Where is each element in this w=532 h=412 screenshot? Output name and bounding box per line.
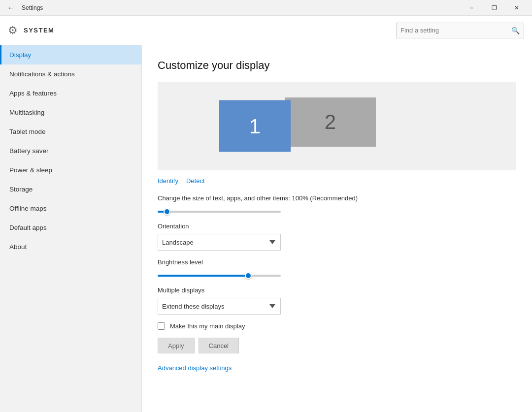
- main-display-checkbox-row: Make this my main display: [158, 322, 516, 330]
- sidebar-item-power-sleep[interactable]: Power & sleep: [0, 160, 141, 180]
- sidebar-item-apps-features[interactable]: Apps & features: [0, 84, 141, 103]
- sidebar-item-offline-maps[interactable]: Offline maps: [0, 199, 141, 218]
- sidebar-item-storage[interactable]: Storage: [0, 180, 141, 199]
- maximize-button[interactable]: ❐: [483, 0, 505, 16]
- search-box: 🔍: [396, 23, 524, 38]
- main-display-checkbox[interactable]: [158, 322, 165, 330]
- scale-label: Change the size of text, apps, and other…: [158, 194, 516, 202]
- scale-slider[interactable]: [158, 211, 281, 213]
- scale-slider-container: [158, 206, 516, 215]
- title-bar: ← Settings − ❐ ✕: [0, 0, 532, 16]
- brightness-label: Brightness level: [158, 258, 516, 266]
- brightness-slider[interactable]: [158, 275, 281, 277]
- orientation-select[interactable]: Landscape Portrait Landscape (flipped) P…: [158, 234, 281, 251]
- cancel-button[interactable]: Cancel: [199, 338, 239, 353]
- close-button[interactable]: ✕: [505, 0, 528, 16]
- identify-link[interactable]: Identify: [158, 177, 178, 185]
- sidebar-item-display[interactable]: Display: [0, 45, 141, 64]
- brightness-slider-container: [158, 270, 516, 279]
- back-button[interactable]: ←: [4, 1, 18, 15]
- orientation-select-row: Landscape Portrait Landscape (flipped) P…: [158, 234, 516, 251]
- sidebar-item-about[interactable]: About: [0, 237, 141, 256]
- multiple-displays-select[interactable]: Extend these displays Duplicate these di…: [158, 298, 281, 315]
- sidebar-item-tablet-mode[interactable]: Tablet mode: [0, 122, 141, 141]
- multiple-displays-select-row: Extend these displays Duplicate these di…: [158, 298, 516, 315]
- buttons-row: Apply Cancel: [158, 338, 516, 353]
- apply-button[interactable]: Apply: [158, 338, 195, 353]
- sidebar-item-default-apps[interactable]: Default apps: [0, 218, 141, 237]
- sidebar-item-notifications[interactable]: Notifications & actions: [0, 64, 141, 84]
- links-row: Identify Detect: [158, 177, 516, 185]
- content-area: Customize your display 1 2 Identify Dete…: [142, 45, 532, 412]
- orientation-label: Orientation: [158, 222, 516, 230]
- sidebar-item-battery-saver[interactable]: Battery saver: [0, 141, 141, 160]
- minimize-button[interactable]: −: [460, 0, 483, 16]
- main-layout: Display Notifications & actions Apps & f…: [0, 45, 532, 412]
- title-bar-title: Settings: [22, 4, 43, 11]
- detect-link[interactable]: Detect: [186, 177, 205, 185]
- multiple-displays-label: Multiple displays: [158, 286, 516, 294]
- app-title: SYSTEM: [24, 27, 54, 34]
- gear-icon: ⚙: [8, 24, 18, 37]
- sidebar: Display Notifications & actions Apps & f…: [0, 45, 142, 412]
- title-bar-left: ← Settings: [4, 1, 43, 15]
- monitor-2[interactable]: 2: [285, 97, 376, 147]
- search-icon: 🔍: [511, 27, 520, 34]
- main-display-checkbox-label: Make this my main display: [170, 322, 245, 330]
- app-header: ⚙ SYSTEM 🔍: [0, 16, 532, 45]
- page-title: Customize your display: [158, 59, 516, 72]
- display-preview: 1 2: [158, 82, 516, 170]
- sidebar-item-multitasking[interactable]: Multitasking: [0, 103, 141, 122]
- advanced-display-settings-link[interactable]: Advanced display settings: [158, 364, 232, 372]
- monitor-1[interactable]: 1: [219, 100, 291, 152]
- search-input[interactable]: [400, 27, 511, 34]
- title-bar-controls: − ❐ ✕: [460, 0, 528, 16]
